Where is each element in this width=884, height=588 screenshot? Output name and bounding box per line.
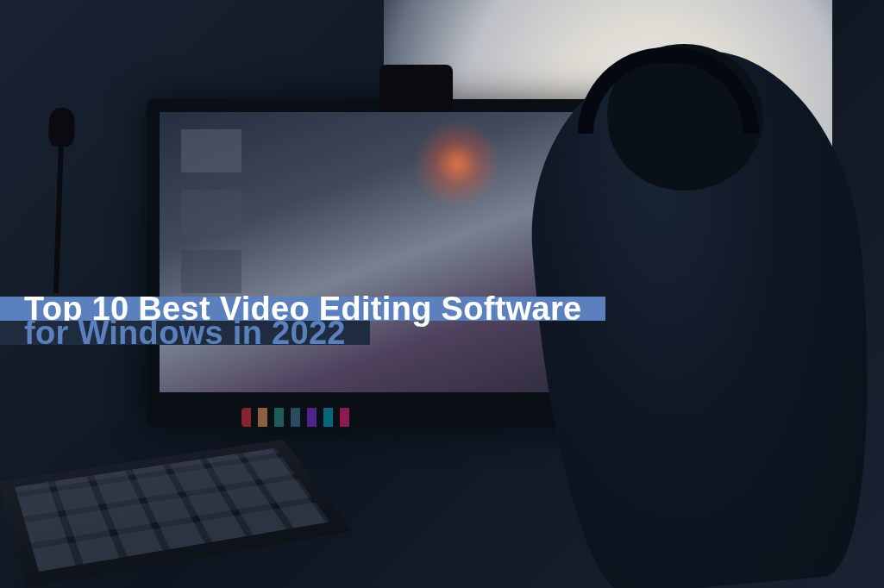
hero-image: Top 10 Best Video Editing Software for W… [0,0,884,588]
hero-title-overlay: Top 10 Best Video Editing Software for W… [0,297,884,345]
hero-title-line-2: for Windows in 2022 [0,321,370,345]
lens-flare [405,112,509,216]
webcam-icon [379,65,453,112]
foreground-laptop [0,440,353,588]
macos-dock [241,408,569,427]
microphone-stand [53,138,64,293]
